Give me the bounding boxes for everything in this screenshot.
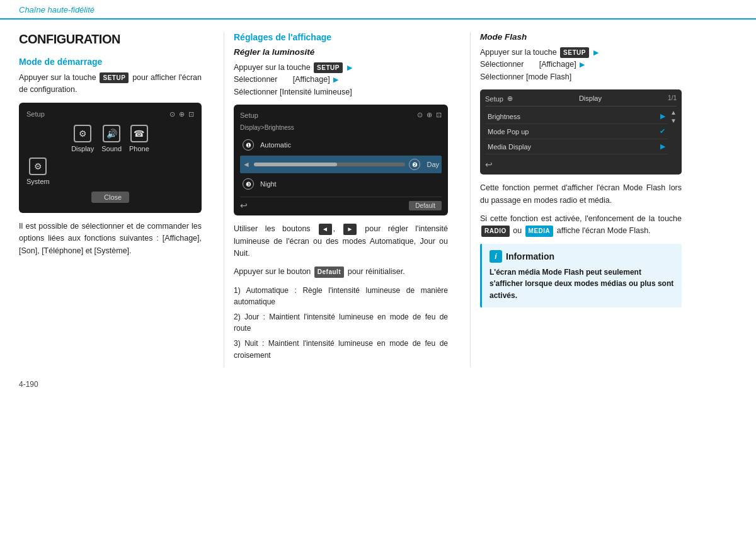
col-configuration: CONFIGURATION Mode de démarrage Appuyer …: [19, 32, 214, 367]
para-options: Il est possible de sélectionner et de co…: [19, 221, 202, 257]
section-title: CONFIGURATION: [19, 32, 202, 47]
phone-icon: ☎: [130, 125, 148, 142]
para-setup-steps: Appuyer sur la touche SETUP ▶ Sélectionn…: [234, 62, 448, 98]
scroll-up-icon[interactable]: ▲: [670, 109, 677, 116]
badge-setup-1: SETUP: [100, 72, 129, 84]
screen-row-popup: Mode Pop up ✔: [485, 124, 668, 139]
badge-media: MEDIA: [525, 226, 554, 237]
scroll-down-icon[interactable]: ▼: [670, 117, 677, 124]
menu-item-sound-label: Sound: [101, 145, 122, 152]
screen-flash-rows: Brightness ▶ Mode Pop up ✔ Media Display…: [485, 109, 668, 154]
badge-btn-right: ►: [343, 224, 356, 235]
col-mode-flash: Mode Flash Appuyer sur la touche SETUP ▶…: [480, 32, 682, 367]
screen-menu-1: ⚙ Display 🔊 Sound ☎ Phone: [26, 125, 194, 152]
brightness-row-night: ❸ Night: [240, 175, 442, 193]
screen-brightness-header: Setup ⊙ ⊕ ⊡: [240, 111, 442, 119]
row-popup-label: Mode Pop up: [488, 128, 529, 135]
screen-brightness-icons: ⊙ ⊕ ⊡: [417, 111, 442, 119]
menu-item-phone-label: Phone: [129, 145, 149, 152]
para-flash-steps: Appuyer sur la touche SETUP ▶ Sélectionn…: [480, 47, 682, 83]
num-night: ❸: [243, 178, 254, 190]
row-media-label: Media Display: [488, 143, 531, 151]
menu-item-display: ⚙ Display: [71, 125, 94, 152]
label-night: Night: [260, 180, 277, 188]
subsection-mode-demarrage: Mode de démarrage: [19, 57, 202, 67]
para-mode-demarrage: Appuyer sur la touche SETUP pour affiche…: [19, 72, 202, 96]
badge-default: Default: [314, 266, 344, 278]
screen-title-1: Setup: [26, 110, 45, 118]
brightness-row-automatic: ❶ Automatic: [240, 136, 442, 154]
back-icon-brightness[interactable]: ↩: [240, 200, 248, 210]
menu-item-phone: ☎ Phone: [129, 125, 149, 152]
screen-header-1: Setup ⊙ ⊕ ⊡: [26, 110, 194, 118]
screen-icon-crosshair: ⊕: [179, 110, 185, 118]
para-buttons: Utiliser les boutons ◄, ► pour régler l'…: [234, 223, 448, 260]
screen-close-btn[interactable]: Close: [91, 192, 129, 203]
page-number: 4-190: [19, 380, 38, 389]
label-automatic: Automatic: [260, 141, 291, 149]
display-icon: ⚙: [74, 125, 91, 142]
screen-flash-display-label: Display: [513, 95, 668, 103]
info-box-title: i Information: [490, 250, 674, 263]
screen-flash-body: Brightness ▶ Mode Pop up ✔ Media Display…: [485, 109, 677, 154]
arrow-1: ▶: [347, 62, 352, 73]
subsection-regler-luminosite: Régler la luminosité: [234, 47, 448, 57]
subsection-reglages-affichage: Réglages de l'affichage: [234, 32, 448, 42]
page-footer: 4-190: [0, 374, 756, 395]
slider-left-arrow[interactable]: ◄: [243, 160, 250, 169]
divider-1: [224, 32, 224, 367]
para-flash-radio: Si cette fonction est activée, l'enfonce…: [480, 213, 682, 238]
arrow-2: ▶: [333, 74, 338, 85]
brightness-icon-crosshair: ⊕: [427, 111, 432, 119]
main-content: CONFIGURATION Mode de démarrage Appuyer …: [0, 20, 756, 374]
header-title: Chaîne haute-fidélité: [19, 5, 94, 14]
row-brightness-label: Brightness: [488, 113, 520, 120]
screen-brightness-title: Setup: [240, 112, 258, 119]
para-flash-desc: Cette fonction permet d'afficher l'écran…: [480, 182, 682, 207]
row-popup-check: ✔: [660, 127, 665, 135]
screen-flash-title: Setup: [485, 95, 503, 103]
screen-row-media: Media Display ▶: [485, 139, 668, 154]
numbered-list: 1) Automatique : Règle l'intensité lumin…: [234, 285, 448, 362]
brightness-row-day: ◄ ❷ Day: [240, 156, 442, 173]
brightness-icon-box: ⊡: [436, 111, 442, 119]
label-day: Day: [427, 161, 439, 168]
screen-flash-icon: ⊕: [507, 95, 513, 103]
row-media-arrow: ▶: [660, 142, 665, 151]
badge-radio: RADIO: [481, 226, 510, 237]
para-default: Appuyer sur le bouton Default pour réini…: [234, 266, 448, 278]
menu-item-system: ⚙ System: [26, 158, 50, 185]
slider-bar-fill: [254, 163, 337, 166]
arrow-4: ▶: [580, 59, 585, 70]
row-brightness-arrow: ▶: [660, 112, 665, 120]
divider-2: [470, 32, 471, 367]
brightness-icon-settings: ⊙: [417, 111, 423, 119]
screen-breadcrumb: Display>Brightness: [240, 124, 442, 131]
list-item-3: 3) Nuit : Maintient l'intensité lumineus…: [234, 338, 448, 361]
list-item-1: 1) Automatique : Règle l'intensité lumin…: [234, 285, 448, 308]
subsection-mode-flash: Mode Flash: [480, 32, 682, 42]
badge-setup-3: SETUP: [560, 47, 589, 59]
screen-icon-settings: ⊙: [169, 110, 175, 118]
screen-brightness: Setup ⊙ ⊕ ⊡ Display>Brightness ❶ Automat…: [234, 105, 448, 215]
back-icon-flash[interactable]: ↩: [485, 159, 493, 169]
num-automatic: ❶: [243, 139, 254, 151]
num-day: ❷: [409, 159, 420, 170]
info-icon: i: [490, 250, 502, 263]
page-header: Chaîne haute-fidélité: [0, 0, 756, 20]
screen-flash: Setup ⊕ Display 1/1 Brightness ▶ Mode Po…: [480, 89, 682, 175]
badge-setup-2: SETUP: [314, 62, 343, 74]
menu-item-display-label: Display: [71, 145, 94, 152]
slider-bar[interactable]: [254, 163, 406, 166]
menu-item-sound: 🔊 Sound: [101, 125, 122, 152]
menu-item-system-label: System: [26, 178, 50, 185]
info-box-text: L'écran média Mode Flash peut seulement …: [490, 266, 674, 302]
info-box: i Information L'écran média Mode Flash p…: [480, 244, 682, 308]
system-icon: ⚙: [29, 158, 47, 175]
screen-setup-1: Setup ⊙ ⊕ ⊡ ⚙ Display 🔊 Sound ☎: [19, 103, 202, 213]
sound-icon: 🔊: [103, 125, 120, 142]
screen-icons-1: ⊙ ⊕ ⊡: [169, 110, 194, 118]
arrow-3: ▶: [593, 47, 598, 58]
default-btn[interactable]: Default: [409, 201, 442, 210]
list-item-2: 2) Jour : Maintient l'intensité lumineus…: [234, 311, 448, 335]
